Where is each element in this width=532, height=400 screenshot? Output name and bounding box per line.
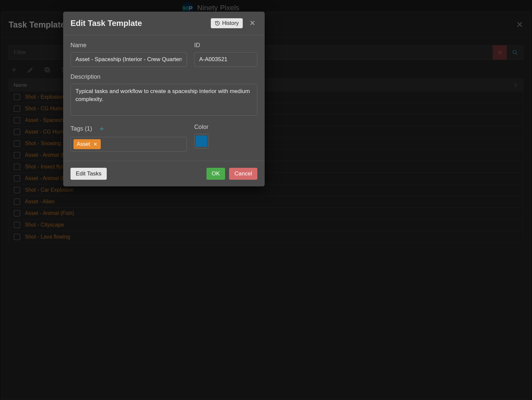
tags-label: Tags (1) xyxy=(70,125,92,132)
color-swatch xyxy=(196,136,207,147)
tag-label: Asset xyxy=(77,141,90,147)
description-input[interactable] xyxy=(70,84,257,116)
plus-icon: ＋ xyxy=(98,124,105,133)
history-button[interactable]: History xyxy=(211,18,243,28)
history-icon xyxy=(215,21,220,26)
modal-title: Edit Task Template xyxy=(70,19,142,28)
color-picker[interactable] xyxy=(194,134,209,149)
tags-input[interactable]: Asset ✕ xyxy=(70,137,187,151)
name-label: Name xyxy=(70,42,187,49)
modal-header: Edit Task Template History ✕ xyxy=(63,12,265,35)
id-input[interactable] xyxy=(194,52,257,67)
name-input[interactable] xyxy=(70,52,187,67)
modal-body: Name ID Description Tags (1) ＋ xyxy=(63,35,265,161)
add-tag-button[interactable]: ＋ xyxy=(98,124,105,134)
color-label: Color xyxy=(194,124,257,131)
description-label: Description xyxy=(70,73,257,80)
modal-footer: Edit Tasks OK Cancel xyxy=(63,161,265,186)
modal-close-button[interactable]: ✕ xyxy=(247,19,257,28)
id-label: ID xyxy=(194,42,257,49)
tag-chip: Asset ✕ xyxy=(73,139,101,149)
history-label: History xyxy=(222,20,239,26)
edit-tasks-button[interactable]: Edit Tasks xyxy=(70,168,107,180)
ok-button[interactable]: OK xyxy=(206,168,225,180)
cancel-button[interactable]: Cancel xyxy=(229,168,257,180)
edit-task-template-modal: Edit Task Template History ✕ Name ID Des… xyxy=(63,12,265,186)
remove-tag-button[interactable]: ✕ xyxy=(93,142,97,147)
